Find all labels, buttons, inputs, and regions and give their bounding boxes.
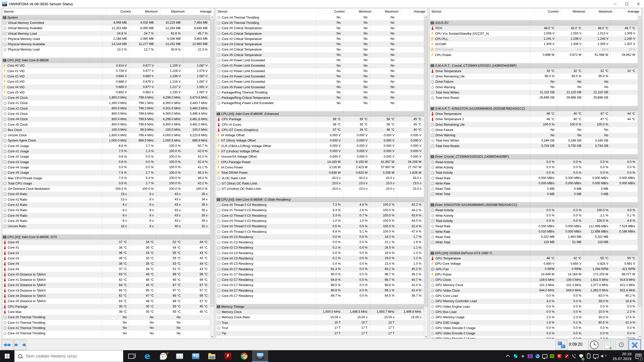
column-header[interactable]: Maximum <box>588 8 615 15</box>
scrollbar-thumb[interactable] <box>638 19 642 307</box>
search-box[interactable] <box>14 350 123 362</box>
tray-icon-display[interactable] <box>592 350 599 362</box>
sensor-row[interactable]: GPU Video Clock544.0 MHz544.0 MHz1,392.0… <box>430 288 638 293</box>
minimize-button[interactable] <box>609 0 621 8</box>
sensor-row[interactable]: Total Host Writes3,169 GB3,168 GB3,169 G… <box>430 138 638 143</box>
sensor-row[interactable]: Max CPU/Thread Usage7.5 %5.4 %100.0 %48.… <box>2 175 210 181</box>
sensor-row[interactable]: Core #2 VID0.694 V0.680 V1.239 V1.087 V <box>2 74 210 79</box>
tray-icon-monitor[interactable] <box>541 350 548 362</box>
taskbar-clock[interactable]: 20:18 25.07.2019 <box>607 350 633 362</box>
sensor-row[interactable]: Core #0 Distance to TjMAX63 °C48 °C66 °C… <box>2 272 210 277</box>
scrollbar-thumb[interactable] <box>424 19 428 307</box>
column-header[interactable]: Sensor <box>430 8 534 15</box>
sensor-row[interactable]: Core #2 C3 Residency0.2 %0.0 %26.5 %1.1 … <box>216 245 424 250</box>
sensor-row[interactable]: Core #3 Thread 0 C0 Residency1.0 %1.0 %1… <box>216 218 424 223</box>
sensor-row[interactable]: Core #3 C7 Residency98.5 %0.0 %98.6 %42.… <box>216 283 424 288</box>
sensor-row[interactable]: GPU Memory Clock101.3 MHz101.3 MHz1,377.… <box>430 283 638 288</box>
close-sensors-button[interactable] <box>628 339 641 350</box>
sensor-row[interactable]: GPU Temperature46 °C42 °C55 °C50 °C <box>430 256 638 261</box>
sensor-row[interactable]: Core #4 Power Limit ExceededNoNoNo <box>216 79 424 84</box>
section-row[interactable]: CPU [#0]: Intel Core i5-8600K: C-State R… <box>216 197 424 202</box>
tray-icon-comodo[interactable] <box>556 350 563 362</box>
sensor-row[interactable]: Core #2 Thermal ThrottlingNoNoNo <box>2 325 210 331</box>
section-row[interactable]: CPU [#0]: Intel Core i5-8600K: DTS <box>2 234 210 240</box>
section-row[interactable]: CPU [#0]: Intel Core i5-8600K: Enhanced <box>216 111 424 116</box>
sensor-row[interactable]: Core #1 VID0.739 V0.677 V1.228 V1.079 V <box>2 68 210 74</box>
column-header[interactable]: Average <box>615 8 642 15</box>
sensor-row[interactable]: Core #1 Distance to TjMAX62 °C46 °C65 °C… <box>2 277 210 283</box>
column-header[interactable]: Minimum <box>133 8 160 15</box>
sensor-row[interactable]: Core #0 Usage6.8 %2.7 %100.0 %40.7 % <box>2 143 210 149</box>
section-row[interactable]: ASUS EC <box>430 20 638 25</box>
sensor-row[interactable]: Drive Remaining Life100.0 %100.0 %100.0 … <box>430 122 638 127</box>
sensor-row[interactable]: Core #4 Thread 0 C0 Residency0.5 %0.5 %1… <box>216 224 424 229</box>
notification-center-button[interactable]: 2 <box>633 350 644 362</box>
sensor-row[interactable]: Core #3 Distance to TjMAX64 °C45 °C67 °C… <box>2 288 210 293</box>
sensor-row[interactable]: Total Host Writes21,115 GB21,115 GB21,11… <box>430 90 638 95</box>
sensor-row[interactable]: Core #2 Power Limit ExceededNoNoNo <box>216 68 424 74</box>
sensor-row[interactable]: IA Cores Power3.116 W2.423 W57.687 W27.7… <box>216 165 424 170</box>
sensor-row[interactable]: Core #0 VID0.814 V0.677 V1.225 V1.087 V <box>2 63 210 68</box>
sensor-row[interactable]: Core #3 Critical TemperatureNoNoNo <box>216 41 424 47</box>
sensor-row[interactable]: CPU Vcc Sustain/Standby (VCCST_A)1.006 V… <box>430 31 638 36</box>
scroll-up-button[interactable] <box>210 15 214 19</box>
taskbar-app-hwinfo64-active[interactable] <box>252 350 268 362</box>
sensor-row[interactable]: Total Host Reads3,734 GB3,730 GB3,734 GB <box>430 143 638 149</box>
sensor-row[interactable]: CLR (CBo/LLC/Ring) Voltage Offset0.000 V… <box>216 143 424 149</box>
sensor-row[interactable]: Core #4 Thermal ThrottlingNoNoNo <box>216 15 424 20</box>
sensor-row[interactable]: Core #5 VID0.692 V0.682 V1.230 V1.087 V <box>2 90 210 95</box>
sensor-row[interactable]: Read Total0 MB0 MB0 MB <box>430 186 638 192</box>
sensor-row[interactable]: Core #5 Thermal ThrottlingNoNoNo <box>216 20 424 25</box>
taskbar-app-control-panel[interactable] <box>188 350 204 362</box>
sensor-row[interactable]: Bus Clock100.0 MHz99.9 MHz100.0 MHz100.0… <box>2 127 210 132</box>
sensor-row[interactable]: Core #5 Usage7.5 %2.7 %100.0 %45.3 % <box>2 170 210 175</box>
sensor-row[interactable]: GPU Bus Load0.0 %0.0 %10.0 %2.3 % <box>430 309 638 314</box>
sensor-row[interactable]: Total Activity0.0 %0.0 %100.0 %4.9 % <box>430 218 638 223</box>
sensor-row[interactable]: Read Rate0.000 MB/s0.000 MB/s212.999 MB/… <box>430 224 638 229</box>
sensor-row[interactable]: Core #0 C3 Residency0.0 %0.0 %18.2 %1.7 … <box>216 234 424 240</box>
sensor-row[interactable]: Core #2 Clock800.0 MHz799.2 MHz4,301.0 M… <box>2 106 210 111</box>
tray-icon-usb[interactable] <box>585 350 592 362</box>
sensor-row[interactable]: Core #5 Critical TemperatureNoNoNo <box>216 52 424 58</box>
sensor-row[interactable]: Read Rate0.000 MB/s0.000 MB/s0.000 MB/s0… <box>430 175 638 181</box>
sensor-row[interactable]: Core #3 Power Limit ExceededNoNoNo <box>216 74 424 79</box>
sensor-row[interactable]: GT (Unslice) Voltage Offset0.000 V0.000 … <box>216 149 424 154</box>
sensor-row[interactable]: Uncore/SA Voltage Offset0.000 V0.000 V0.… <box>216 154 424 159</box>
sensor-row[interactable]: Read Total5,322 MB1,653 MB5,322 MB <box>430 234 638 240</box>
collapse-columns-button[interactable] <box>14 340 26 350</box>
sensor-row[interactable]: Drive Temperature32 °C32 °C32 °C32 °C <box>430 68 638 74</box>
sensor-row[interactable]: Write Activity0.0 %0.0 %2.1 %0.1 % <box>430 213 638 218</box>
sensor-row[interactable]: GT (Slice) OC Ratio Limit23.0 x23.0 x23.… <box>216 181 424 186</box>
sensor-row[interactable]: Total DRAM Power0.638 W0.633 W3.336 W1.8… <box>216 170 424 175</box>
column-header[interactable]: Current <box>106 8 133 15</box>
sensor-row[interactable]: Uncore Ratio16 x8 x40 x32 x <box>2 224 210 229</box>
section-row[interactable]: System <box>2 15 210 20</box>
sensor-row[interactable]: Core #0 Thread 0 C0 Residency7.3 %4.8 %1… <box>216 202 424 207</box>
sensor-row[interactable]: Core #4 Ratio8 x8 x43 x35 x <box>2 213 210 218</box>
sensor-row[interactable]: Core #5 Thread 0 C0 Residency9.8 %5.1 %1… <box>216 229 424 234</box>
sensor-row[interactable]: Write Total0 MB0 MB0 MB <box>430 192 638 197</box>
column-header[interactable]: Sensor <box>2 8 106 15</box>
sensor-row[interactable]: Uncore Clock1,600.0 MHz799.4 MHz4,000.0 … <box>2 133 210 138</box>
clock-dialog-button[interactable] <box>588 340 600 350</box>
sensor-row[interactable]: Core #3 C3 Residency0.0 %0.0 %18.4 %1.3 … <box>216 250 424 256</box>
tray-icon-uplay[interactable] <box>534 350 541 362</box>
sensor-row[interactable]: Core #2 Distance to TjMAX64 °C45 °C67 °C… <box>2 283 210 288</box>
sensor-row[interactable]: GPU Video Encode 0 Usage0.0 %0.0 %0.0 %0… <box>430 331 638 336</box>
sensor-row[interactable]: CPU PLL1.241 V1.238 V1.244 V1.240 V <box>430 36 638 41</box>
section-row[interactable]: S.M.A.R.T.: KINGSTON SA1000M8480G (50026… <box>430 106 638 111</box>
sensor-row[interactable]: GPU Core Load0.0 %0.0 %83.0 %40.2 % <box>430 293 638 298</box>
sensor-row[interactable]: Core #537 °C34 °C52 °C43 °C <box>2 266 210 272</box>
taskbar-app-file-explorer[interactable] <box>204 350 220 362</box>
panel-scrollbar[interactable] <box>424 15 428 339</box>
sensor-row[interactable]: Write Rate0.010 MB/s0.000 MB/s12.856 MB/… <box>430 229 638 234</box>
sensor-row[interactable]: Core #5 Power Limit ExceededNoNoNo <box>216 84 424 90</box>
sensor-row[interactable]: Core #0 Clock1,900.0 MHz799.4 MHz4,299.0… <box>2 95 210 100</box>
sensor-row[interactable]: Core #3 Clock800.0 MHz799.6 MHz4,300.0 M… <box>2 111 210 116</box>
sensor-row[interactable]: Read Activity0.0 %0.0 %100.0 %4.8 % <box>430 208 638 213</box>
sensor-row[interactable]: Physical Memory Used2,168 MB2,080 MB5,03… <box>2 36 210 41</box>
sensor-row[interactable]: Drive WarningNoNoNo <box>430 84 638 90</box>
sensor-row[interactable]: GPU D3D Usage1.6 %0.1 %80.5 %42.3 % <box>430 320 638 325</box>
column-header[interactable]: Maximum <box>160 8 187 15</box>
section-row[interactable]: CPU [#0]: Intel Core i5-8600K <box>2 58 210 63</box>
